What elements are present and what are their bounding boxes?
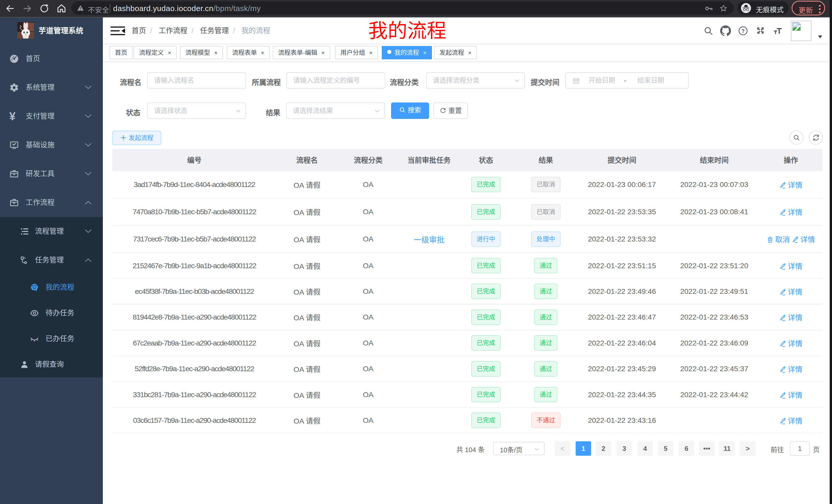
svg-text:?: ? [741, 28, 745, 34]
